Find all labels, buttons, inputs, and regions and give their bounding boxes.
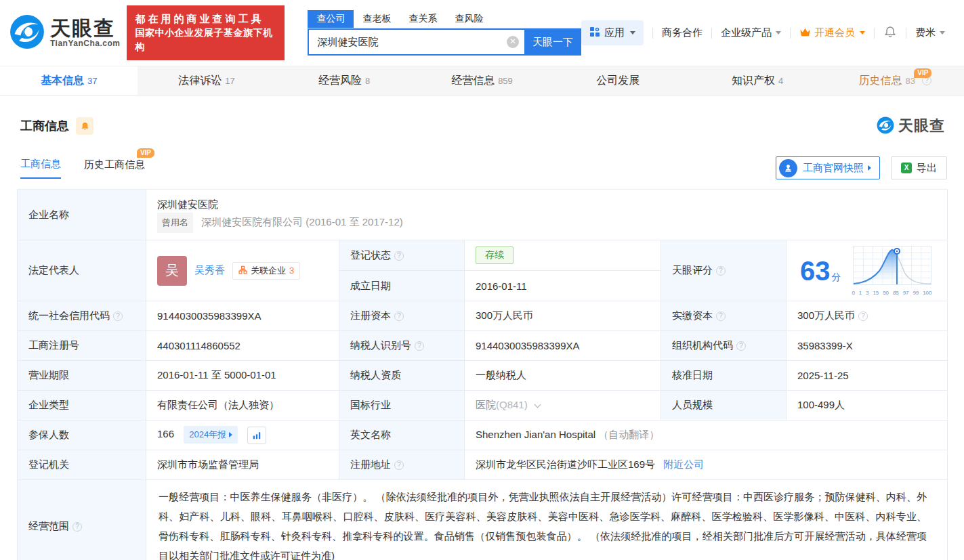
paid-capital-label: 实缴资本 xyxy=(661,301,787,331)
banner-line2: 国家中小企业发展子基金旗下机构 xyxy=(135,26,276,54)
help-icon[interactable] xyxy=(394,460,404,470)
credit-code-label: 统一社会信用代码 xyxy=(18,301,146,331)
search-input[interactable] xyxy=(308,28,524,56)
reg-authority-label: 登记机关 xyxy=(18,450,146,480)
reg-status-label: 登记状态 xyxy=(339,240,465,271)
help-icon[interactable] xyxy=(736,341,746,351)
business-term: 2016-01-11 至 5000-01-01 xyxy=(146,361,339,391)
legal-rep-label: 法定代表人 xyxy=(18,240,146,301)
stamp-icon xyxy=(779,159,797,177)
official-snapshot-button[interactable]: 工商官网快照 xyxy=(776,156,880,179)
header-nav: 应用 商务合作 企业级产品 开通会员 费米 xyxy=(581,20,945,45)
tianyancha-logo-icon xyxy=(9,14,45,51)
approval-date-label: 核准日期 xyxy=(661,361,787,391)
search-tab-company[interactable]: 查公司 xyxy=(308,10,354,28)
apps-label: 应用 xyxy=(604,26,625,39)
taxpayer-id: 9144030035983399XA xyxy=(465,331,661,361)
help-icon[interactable] xyxy=(394,251,404,261)
clear-search-icon[interactable] xyxy=(507,36,519,48)
english-name-label: 英文名称 xyxy=(339,421,465,450)
related-companies-badge[interactable]: 关联企业 3 xyxy=(232,262,300,280)
legal-rep-avatar[interactable]: 吴 xyxy=(157,256,187,286)
notification-bell-icon[interactable] xyxy=(883,25,897,41)
tab-legal-proceedings[interactable]: 法律诉讼17 xyxy=(138,66,275,95)
org-code-label: 组织机构代码 xyxy=(661,331,787,361)
score-label: 天眼评分 xyxy=(661,240,787,301)
business-scope: 一般经营项目：中医养生保健服务（非医疗）。 （除依法须经批准的项目外，凭营业执照… xyxy=(146,480,948,560)
reg-number: 440301114860552 xyxy=(146,331,339,361)
former-name: 深圳健安医院有限公司 (2016-01 至 2017-12) xyxy=(201,216,403,228)
subtab-history-registration[interactable]: VIP 历史工商信息 xyxy=(84,158,145,178)
subscribe-bell-icon[interactable] xyxy=(76,117,93,135)
insured-trend-chart-button[interactable] xyxy=(247,427,266,444)
crown-icon xyxy=(799,27,811,39)
paid-capital: 300万人民币 xyxy=(787,301,948,331)
company-name: 深圳健安医院 xyxy=(157,196,936,213)
industry-label: 国标行业 xyxy=(339,391,465,421)
approval-date: 2025-11-25 xyxy=(787,361,948,391)
taxpayer-quality-label: 纳税人资质 xyxy=(339,361,465,391)
search-button[interactable]: 天眼一下 xyxy=(524,28,581,56)
export-button[interactable]: 导出 xyxy=(891,156,947,179)
search-tab-relation[interactable]: 查关系 xyxy=(400,10,446,28)
org-code: 35983399-X xyxy=(787,331,948,361)
score-distribution-chart: 01 315 5085 9799 100 xyxy=(852,245,932,296)
search-tab-boss[interactable]: 查老板 xyxy=(354,10,400,28)
establish-date-label: 成立日期 xyxy=(339,271,465,301)
open-vip-button[interactable]: 开通会员 xyxy=(799,26,865,39)
search-tabs: 查公司 查老板 查关系 查风险 xyxy=(308,10,581,28)
apps-menu[interactable]: 应用 xyxy=(581,20,644,45)
tab-operating-risk[interactable]: 经营风险8 xyxy=(276,66,413,95)
help-icon[interactable] xyxy=(415,341,424,351)
cooperation-link[interactable]: 商务合作 xyxy=(662,26,703,39)
reg-capital: 300万人民币 xyxy=(465,301,661,331)
status-badge: 存续 xyxy=(476,246,514,264)
promo-banner: 都在用的商业查询工具 国家中小企业发展子基金旗下机构 xyxy=(127,5,285,60)
excel-icon xyxy=(901,163,912,173)
help-icon[interactable] xyxy=(858,311,868,321)
tab-basic-info[interactable]: 基本信息37 xyxy=(0,66,138,95)
help-icon[interactable] xyxy=(72,522,82,532)
org-chart-icon xyxy=(238,265,247,276)
insured-count: 166 xyxy=(157,428,174,439)
nearby-companies-link[interactable]: 附近公司 xyxy=(663,458,704,470)
tab-intellectual-property[interactable]: 知识产权4 xyxy=(688,66,826,95)
brand-domain: TianYanCha.com xyxy=(50,39,120,48)
company-type: 有限责任公司（法人独资） xyxy=(146,391,339,421)
subtab-business-registration[interactable]: 工商信息 xyxy=(20,158,61,179)
banner-line1: 都在用的商业查询工具 xyxy=(135,12,276,26)
tianyancha-logo-icon xyxy=(877,116,894,136)
vip-badge: VIP xyxy=(137,148,154,158)
credit-code: 9144030035983399XA xyxy=(146,301,339,331)
company-tabs: 基本信息37 法律诉讼17 经营风险8 经营信息859 公司发展 知识产权4 V… xyxy=(0,66,964,95)
industry-value[interactable]: 医院(Q841) xyxy=(465,391,661,421)
auto-translate-note: （自动翻译） xyxy=(598,429,659,440)
tianyancha-watermark: 天眼查 xyxy=(877,116,945,136)
tab-history-info[interactable]: VIP 历史信息83 xyxy=(826,66,964,95)
tianyancha-logo[interactable]: 天眼查 TianYanCha.com xyxy=(9,14,120,51)
help-icon[interactable] xyxy=(113,311,123,321)
tab-company-development[interactable]: 公司发展 xyxy=(551,66,688,95)
tianyan-score: 63分 xyxy=(800,257,841,284)
tab-business-info[interactable]: 经营信息859 xyxy=(413,66,551,95)
annual-report-badge[interactable]: 2024年报 xyxy=(184,426,238,444)
insured-count-label: 参保人数 xyxy=(18,421,146,450)
address-label: 注册地址 xyxy=(339,450,465,480)
search-tab-risk[interactable]: 查风险 xyxy=(446,10,492,28)
help-icon[interactable] xyxy=(716,311,726,321)
brand-name: 天眼查 xyxy=(50,18,120,39)
score-axis-ticks: 01 315 5085 9799 100 xyxy=(852,290,932,296)
help-icon[interactable] xyxy=(394,311,404,321)
apps-grid-icon xyxy=(589,26,600,39)
help-icon[interactable] xyxy=(716,266,726,276)
legal-rep-link[interactable]: 吴秀香 xyxy=(194,264,225,277)
business-scope-label: 经营范围 xyxy=(18,480,146,560)
search-area: 查公司 查老板 查关系 查风险 天眼一下 xyxy=(308,10,581,56)
enterprise-products-menu[interactable]: 企业级产品 xyxy=(721,26,781,39)
taxpayer-id-label: 纳税人识别号 xyxy=(339,331,465,361)
user-menu[interactable]: 费米 xyxy=(915,26,945,39)
establish-date: 2016-01-11 xyxy=(465,271,661,301)
business-term-label: 营业期限 xyxy=(18,361,146,391)
chevron-down-icon xyxy=(534,402,541,408)
staff-size-label: 人员规模 xyxy=(661,391,787,421)
